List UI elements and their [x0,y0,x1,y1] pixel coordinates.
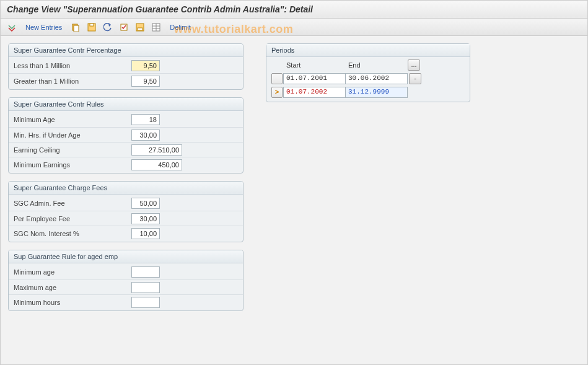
less-than-1m-input[interactable] [131,60,160,71]
periods-expand-button[interactable]: ... [408,59,420,71]
row-less-than-1m: Less than 1 Million [9,58,243,73]
toolbar: New Entries Delimit [1,19,587,36]
delimit-button[interactable]: Delimit [166,22,195,32]
row-min-earn: Minimum Earnings [9,157,243,172]
new-entries-button[interactable]: New Entries [22,22,66,32]
min-age-input[interactable] [131,114,160,125]
row-aged-min-age: Minimum age [9,265,243,279]
min-earnings-input[interactable] [131,159,182,170]
per-emp-fee-input[interactable] [131,213,160,224]
group-aged: Sup Guarantee Rule for aged emp Minimum … [8,250,244,311]
group-header: Super Guarantee Contr Rules [9,98,243,111]
row-min-hrs: Min. Hrs. if Under Age [9,127,243,142]
group-header: Super Guarantee Contr Percentage [9,44,243,57]
row-aged-max-age: Maximum age [9,279,243,294]
periods-column-headers: Start End ... [266,57,470,72]
admin-fee-input[interactable] [131,198,160,209]
period-end-cell[interactable]: 31.12.9999 [345,87,408,98]
table-icon[interactable] [150,21,162,33]
row-selector-button[interactable] [271,73,283,84]
period-start-cell[interactable]: 01.07.2001 [283,73,346,84]
period-row-action-button[interactable]: - [409,73,421,84]
aged-max-age-input[interactable] [131,282,160,293]
copy-icon[interactable] [69,21,82,33]
period-start-cell[interactable]: 01.07.2002 [283,87,346,98]
field-label: Min. Hrs. if Under Age [14,131,131,139]
periods-end-header: End [346,61,408,69]
right-column: Periods Start End ... 01.07.2001 30.06.2… [266,43,470,102]
field-label: Minimum hours [14,299,131,306]
field-label: Earning Ceiling [14,146,131,154]
min-hrs-input[interactable] [131,130,160,141]
earning-ceiling-input[interactable] [131,144,182,156]
group-percentage: Super Guarantee Contr Percentage Less th… [8,43,244,90]
group-fees: Super Guarantee Charge Fees SGC Admin. F… [8,181,244,242]
page-title: Change View "Superannuation Guarantee Co… [1,1,587,19]
periods-row: 01.07.2001 30.06.2002 - [266,72,470,86]
svg-rect-6 [138,28,143,30]
group-rules: Super Guarantee Contr Rules Minimum Age … [8,97,244,174]
field-label: Minimum Earnings [14,161,131,169]
save-icon[interactable] [86,21,98,33]
row-min-age: Minimum Age [9,112,243,127]
undo-icon[interactable] [102,21,114,33]
periods-start-header: Start [284,61,346,69]
aged-min-hrs-input[interactable] [131,297,160,308]
field-label: Minimum Age [14,116,131,123]
greater-than-1m-input[interactable] [131,76,160,87]
aged-min-age-input[interactable] [131,266,160,278]
select-icon[interactable] [118,21,130,33]
field-label: SGC Admin. Fee [14,200,131,207]
content-area: Super Guarantee Contr Percentage Less th… [1,36,587,319]
left-column: Super Guarantee Contr Percentage Less th… [8,43,244,311]
group-header: Super Guarantee Charge Fees [9,182,243,195]
row-nom-int: SGC Nom. Interest % [9,226,243,240]
row-per-emp-fee: Per Employee Fee [9,211,243,226]
svg-rect-3 [90,24,94,26]
row-admin-fee: SGC Admin. Fee [9,196,243,211]
field-label: SGC Nom. Interest % [14,230,131,237]
field-label: Greater than 1 Million [14,77,131,85]
field-label: Minimum age [14,268,131,276]
toggle-icon[interactable] [6,21,18,33]
row-greater-than-1m: Greater than 1 Million [9,73,243,88]
svg-rect-1 [74,25,79,32]
group-header: Sup Guarantee Rule for aged emp [9,250,243,263]
period-end-cell[interactable]: 30.06.2002 [345,73,408,84]
save-variant-icon[interactable] [134,21,146,33]
row-ceiling: Earning Ceiling [9,142,243,157]
row-aged-min-hrs: Minimum hours [9,294,243,309]
periods-header: Periods [266,44,470,57]
field-label: Less than 1 Million [14,62,131,69]
field-label: Maximum age [14,284,131,291]
nom-interest-input[interactable] [131,228,160,239]
periods-panel: Periods Start End ... 01.07.2001 30.06.2… [266,43,470,102]
row-selector-button[interactable]: > [271,87,283,98]
periods-row: > 01.07.2002 31.12.9999 [266,86,470,99]
field-label: Per Employee Fee [14,215,131,222]
